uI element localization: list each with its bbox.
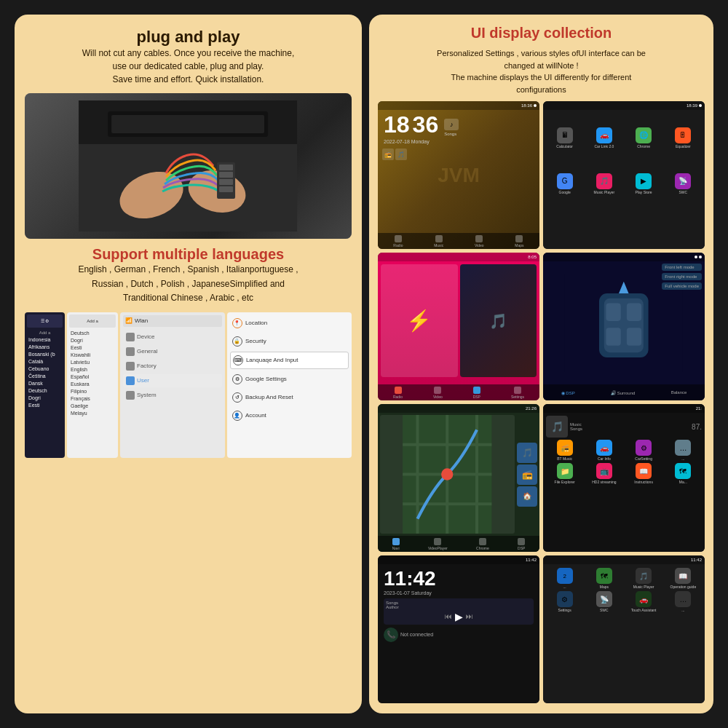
- menu-account[interactable]: 👤 Account: [230, 408, 349, 424]
- ui-grid: 18:36 JVM 18 36 ♪ Songs 2022-07-18 Monda…: [378, 101, 705, 703]
- mockup-6: 21: 🎵 Music Songs 87.: [543, 404, 705, 552]
- mockup-7: 11:42 11:42 2023-01-07 Saturday Songs Au…: [378, 555, 539, 703]
- svg-rect-17: [627, 328, 641, 345]
- plug-desc: Will not cut any cables. Once you receiv…: [25, 47, 352, 86]
- lang-desc: English , German , French , Spanish , It…: [25, 263, 352, 305]
- menu-location[interactable]: 📍 Location: [230, 315, 349, 331]
- menu-backup-reset[interactable]: ↺ Backup And Reset: [230, 389, 349, 405]
- settings-screenshot: ☰ ⚙ Add a Indonesia Afrikaans Bosanski (…: [25, 312, 352, 458]
- plug-image: [25, 93, 352, 239]
- svg-rect-7: [220, 165, 234, 170]
- lang-title: Support multiple languages: [25, 246, 352, 263]
- svg-rect-14: [606, 303, 621, 320]
- left-panel: plug and play Will not cut any cables. O…: [15, 15, 362, 713]
- svg-rect-8: [220, 172, 234, 178]
- svg-rect-15: [627, 303, 641, 320]
- lang-section: Support multiple languages English , Ger…: [25, 246, 352, 305]
- plug-section: plug and play Will not cut any cables. O…: [25, 28, 352, 86]
- menu-security[interactable]: 🔒 Security: [230, 333, 349, 349]
- svg-rect-10: [220, 186, 234, 192]
- svg-rect-16: [606, 328, 621, 345]
- mockup-1: 18:36 JVM 18 36 ♪ Songs 2022-07-18 Monda…: [378, 101, 539, 249]
- mockup-3: 8:05 ⚡ 🎵 Radio Video DSP Sett: [378, 253, 539, 400]
- menu-language-input[interactable]: ⌨ Lanquaqe And Input: [230, 352, 349, 369]
- svg-point-26: [441, 468, 453, 480]
- svg-rect-3: [112, 115, 265, 133]
- mockup-2: 18:39 🖩Calculator 🚗Car Link 2.0 🌐Chrome …: [543, 101, 705, 249]
- lang-list-col1: ☰ ⚙ Add a Indonesia Afrikaans Bosanski (…: [25, 312, 65, 458]
- settings-nav-factory[interactable]: Factory: [123, 360, 222, 373]
- settings-nav-user[interactable]: User: [123, 374, 222, 387]
- main-container: plug and play Will not cut any cables. O…: [7, 7, 721, 721]
- settings-menu: 📍 Location 🔒 Security ⌨ Lanquaqe And Inp…: [227, 312, 352, 458]
- ui-subtitle: Personalized Settings , various styles o…: [378, 47, 705, 95]
- plug-title: plug and play: [25, 28, 352, 47]
- settings-nav-system[interactable]: System: [123, 389, 222, 402]
- settings-nav-general[interactable]: General: [123, 345, 222, 358]
- mockup-4: Front left mode Front right mode Full ve…: [543, 253, 705, 400]
- right-panel: UI display collection Personalized Setti…: [369, 15, 713, 713]
- mockup-8: 11:42 2... 🗺Maps 🎵Music Player 📖Operatio…: [543, 555, 705, 703]
- lang-list-col2: Add a Deutsch Dogri Eesti Kiswahili Latv…: [67, 312, 118, 458]
- svg-rect-9: [220, 179, 234, 185]
- settings-nav-device[interactable]: Device: [123, 331, 222, 344]
- ui-title: UI display collection: [378, 25, 705, 41]
- mockup-5: 21:26: [378, 404, 539, 552]
- menu-google-settings[interactable]: ⚙ Google Settings: [230, 371, 349, 387]
- settings-nav: 📶 Wlan Device General Factory Use: [120, 312, 225, 458]
